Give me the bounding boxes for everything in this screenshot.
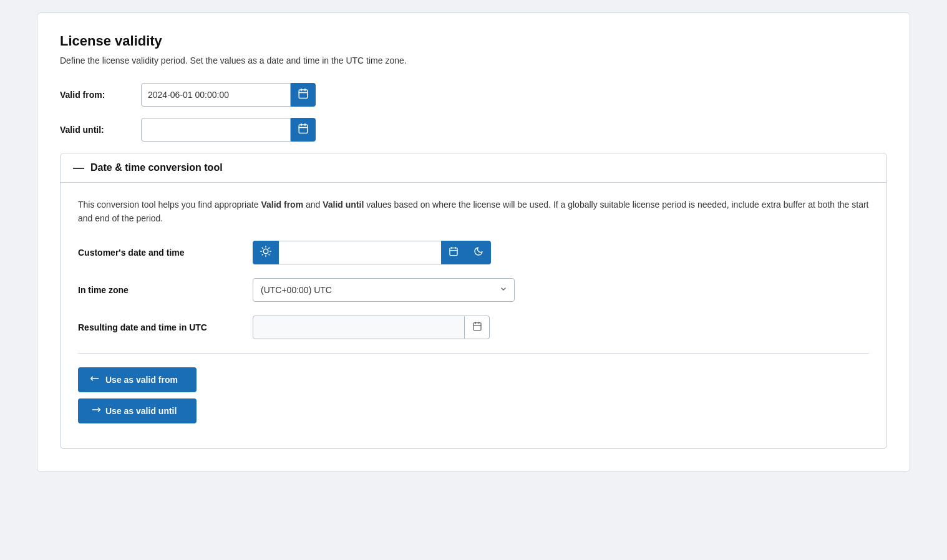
desc-part2: and bbox=[303, 200, 323, 210]
result-calendar-button[interactable] bbox=[465, 316, 490, 339]
valid-from-arrow-icon bbox=[90, 374, 100, 386]
sun-icon bbox=[260, 246, 271, 259]
svg-rect-21 bbox=[474, 323, 481, 331]
svg-rect-17 bbox=[450, 248, 457, 256]
result-input-wrap bbox=[253, 316, 490, 339]
valid-until-calendar-button[interactable] bbox=[291, 118, 316, 142]
customers-date-calendar-button[interactable] bbox=[441, 241, 466, 264]
calendar-icon-small bbox=[449, 246, 459, 258]
calendar-icon bbox=[298, 88, 309, 102]
valid-until-input-group bbox=[141, 118, 316, 142]
svg-line-16 bbox=[269, 248, 270, 248]
customers-date-input[interactable] bbox=[279, 241, 441, 264]
moon-icon bbox=[474, 246, 483, 258]
valid-until-label: Valid until: bbox=[60, 125, 141, 135]
date-icon-group bbox=[441, 241, 491, 264]
collapse-icon: — bbox=[73, 162, 84, 173]
use-as-valid-until-button[interactable]: Use as valid until bbox=[78, 398, 197, 423]
customers-date-input-group bbox=[253, 241, 491, 264]
sun-button[interactable] bbox=[253, 241, 279, 264]
desc-bold2: Valid until bbox=[323, 200, 364, 210]
valid-until-input[interactable] bbox=[141, 118, 291, 142]
tool-divider bbox=[78, 353, 869, 354]
svg-line-11 bbox=[262, 248, 263, 248]
page-subtitle: Define the license validity period. Set … bbox=[60, 56, 887, 65]
tool-body: This conversion tool helps you find appr… bbox=[61, 183, 886, 448]
page-title: License validity bbox=[60, 33, 887, 49]
valid-from-input[interactable] bbox=[141, 83, 291, 107]
customers-date-row: Customer's date and time bbox=[78, 241, 869, 264]
conversion-tool-section: — Date & time conversion tool This conve… bbox=[60, 153, 887, 449]
use-as-valid-from-button[interactable]: Use as valid from bbox=[78, 367, 197, 392]
use-as-valid-from-label: Use as valid from bbox=[105, 375, 178, 385]
customers-date-moon-button[interactable] bbox=[466, 241, 491, 264]
desc-part1: This conversion tool helps you find appr… bbox=[78, 200, 261, 210]
valid-until-row: Valid until: bbox=[60, 118, 887, 142]
desc-bold1: Valid from bbox=[261, 200, 303, 210]
timezone-row: In time zone (UTC+00:00) UTC (UTC-12:00)… bbox=[78, 278, 869, 302]
calendar-icon bbox=[298, 123, 309, 137]
conversion-tool-header[interactable]: — Date & time conversion tool bbox=[61, 153, 886, 183]
valid-from-label: Valid from: bbox=[60, 90, 141, 100]
valid-from-input-group bbox=[141, 83, 316, 107]
tool-header-label: Date & time conversion tool bbox=[90, 162, 223, 173]
svg-rect-0 bbox=[299, 90, 308, 99]
customers-date-label: Customer's date and time bbox=[78, 248, 253, 258]
use-as-valid-until-label: Use as valid until bbox=[105, 406, 177, 416]
valid-from-calendar-button[interactable] bbox=[291, 83, 316, 107]
svg-rect-4 bbox=[299, 125, 308, 133]
page-container: License validity Define the license vali… bbox=[37, 12, 910, 472]
svg-line-12 bbox=[269, 254, 270, 255]
timezone-select-wrap: (UTC+00:00) UTC (UTC-12:00) Internationa… bbox=[253, 278, 515, 302]
svg-line-15 bbox=[262, 254, 263, 255]
svg-point-8 bbox=[263, 249, 268, 254]
result-label: Resulting date and time in UTC bbox=[78, 322, 253, 332]
valid-until-arrow-icon bbox=[90, 405, 100, 417]
calendar-icon-result bbox=[472, 321, 482, 333]
valid-from-row: Valid from: bbox=[60, 83, 887, 107]
result-input[interactable] bbox=[253, 316, 465, 339]
result-row: Resulting date and time in UTC bbox=[78, 316, 869, 339]
timezone-select[interactable]: (UTC+00:00) UTC (UTC-12:00) Internationa… bbox=[253, 278, 515, 302]
tool-description: This conversion tool helps you find appr… bbox=[78, 198, 869, 226]
timezone-label: In time zone bbox=[78, 285, 253, 295]
